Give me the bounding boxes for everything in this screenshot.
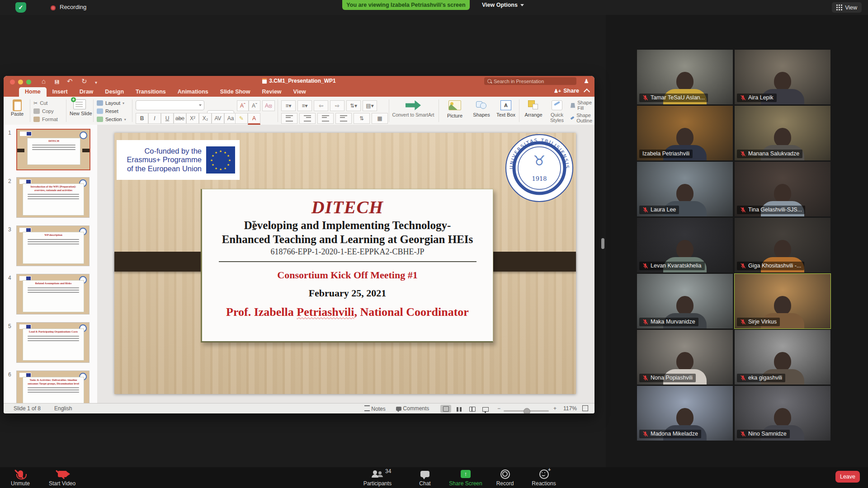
slide-thumbnail-6[interactable]: Tasks & Activities: Deliverables /timeli… [16,371,90,403]
shape-fill-button[interactable]: Shape Fill▾ [571,101,594,109]
font-name-select[interactable] [136,100,204,110]
current-slide[interactable]: Co-funded by the Erasmus+ Programme of t… [114,133,576,394]
video-tile-levan-kvaratskhelia[interactable]: Levan Kvaratskhelia [637,218,733,272]
picture-button[interactable]: Picture [443,100,467,118]
tab-draw[interactable]: Draw [74,87,99,97]
align-left-button[interactable] [281,113,297,124]
video-tile-sirje-virkus[interactable]: Sirje Virkus [735,274,830,328]
zoom-out-button[interactable]: − [497,405,500,412]
slide-thumbnail-5[interactable]: Lead & Participating Organizations Costs [16,322,90,363]
security-shield-icon[interactable]: ✓ [15,2,26,13]
highlight-color-button[interactable]: ✎ [235,113,248,124]
bold-button[interactable]: B [136,113,148,124]
add-table-button[interactable]: ▤▾ [363,100,377,111]
align-justify-button[interactable] [335,113,352,124]
video-tile-nona-popiashvili[interactable]: Nona Popiashvili [637,330,733,385]
language-status[interactable]: English [54,405,72,412]
copy-button[interactable]: Copy [33,107,58,115]
reset-button[interactable]: Reset [97,107,126,115]
text-direction-button[interactable]: ⇅ [354,113,370,124]
tab-home[interactable]: Home [19,87,47,97]
tab-animations[interactable]: Animations [172,87,214,97]
account-presence-icon[interactable]: ♟︎ [584,78,589,84]
zoom-slider[interactable] [504,408,549,413]
font-color-button[interactable]: A [248,113,260,125]
shape-outline-button[interactable]: Shape Outline▾ [571,114,594,122]
ppt-share-button[interactable]: ♟︎+ Share [554,88,579,94]
notes-toggle[interactable]: Notes [364,405,386,412]
share-screen-button[interactable]: ↑ Share Screen [447,469,485,487]
tab-transitions[interactable]: Transitions [130,87,172,97]
superscript-button[interactable]: X² [186,113,199,124]
decrease-font-button[interactable]: Aˇ [249,100,260,111]
tab-review[interactable]: Review [256,87,287,97]
slide-thumbnail-2[interactable]: Introduction of the WP1 (Preparation): o… [16,177,90,218]
section-button[interactable]: Section▾ [97,115,126,123]
comments-toggle[interactable]: Comments [396,405,429,412]
unmute-button[interactable]: Unmute [11,469,30,487]
subscript-button[interactable]: X₂ [199,113,212,124]
italic-button[interactable]: I [148,113,161,124]
bullet-list-button[interactable]: ≡▾ [281,100,296,111]
increase-indent-button[interactable]: ⇨ [330,100,344,111]
slideshow-view-button[interactable] [480,405,491,413]
fit-slide-button[interactable] [582,405,588,412]
strikethrough-button[interactable]: abe [174,113,186,124]
tab-slide-show[interactable]: Slide Show [214,87,256,97]
format-painter-button[interactable]: Format [33,115,58,123]
quick-styles-button[interactable]: Quick Styles [546,100,568,123]
record-button[interactable]: Record [493,469,517,487]
leave-button[interactable]: Leave [835,471,860,483]
tab-insert[interactable]: Insert [47,87,74,97]
video-tile-maka-murvanidze[interactable]: Maka Murvanidze [637,274,733,328]
cut-button[interactable]: ✂Cut [33,99,58,107]
start-video-button[interactable]: Start Video [49,469,75,487]
tab-design[interactable]: Design [99,87,130,97]
search-in-presentation-input[interactable]: Search in Presentation [484,77,576,85]
convert-to-smartart-button[interactable]: Convert to SmartArt [392,100,435,117]
slide-sorter-view-button[interactable] [453,405,464,413]
video-tile-madona-mikeladze[interactable]: Madona Mikeladze [637,386,733,441]
video-tile-manana-salukvadze[interactable]: Manana Salukvadze [735,106,830,160]
slide-thumbnail-1[interactable]: DITECH [16,129,90,170]
align-right-button[interactable] [317,113,334,124]
paste-button[interactable]: Paste [8,99,26,117]
panel-splitter-handle[interactable] [601,238,604,249]
video-tile-aira-lepik[interactable]: Aira Lepik [735,50,830,104]
slide-thumbnail-4[interactable]: Related Assumptions and Risks [16,274,90,314]
participants-button[interactable]: 34 Participants [362,469,393,487]
zoom-in-button[interactable]: + [553,405,557,412]
align-center-button[interactable] [299,113,316,124]
chat-button[interactable]: Chat [415,469,435,487]
text-box-button[interactable]: A Text Box [495,100,516,117]
clear-format-button[interactable]: A⦻ [262,100,275,111]
layout-button[interactable]: Layout▾ [97,99,126,107]
reading-view-button[interactable] [467,405,478,413]
zoom-slider-knob[interactable] [524,408,530,413]
zoom-percentage[interactable]: 117% [563,405,577,412]
view-options-menu[interactable]: View Options [478,0,528,10]
video-tile-tamar-tesau-aslan[interactable]: Tamar TeSaU Aslan... [637,50,733,104]
video-tile-izabela-petriashvili[interactable]: Izabela Petriashvili [637,106,733,160]
new-slide-button[interactable]: + New Slide [70,99,90,116]
slide-text-box[interactable]: DITECH Developing and Implementing Techn… [201,189,493,343]
video-tile-giga-khositashvili[interactable]: Giga Khositashvili -... [735,218,830,272]
reactions-button[interactable]: + Reactions [528,469,560,487]
numbered-list-button[interactable]: ≡▾ [297,100,312,111]
increase-font-button[interactable]: Aˆ [237,100,249,111]
slide-thumbnail-3[interactable]: WP description [16,225,90,266]
video-tile-tina-gelashvili-sjs[interactable]: Tina Gelashvili-SJS... [735,162,830,216]
normal-view-button[interactable] [440,405,451,413]
char-spacing-button[interactable]: AV [212,113,224,124]
tab-view[interactable]: View [288,87,312,97]
view-button[interactable]: View [832,2,862,13]
arrange-button[interactable]: Arrange [522,100,545,117]
video-tile-laura-lee[interactable]: Laura Lee [637,162,733,216]
line-spacing-button[interactable]: ⇅▾ [346,100,361,111]
video-tile-eka-gigashvili[interactable]: eka gigashvili [735,330,830,385]
shapes-button[interactable]: Shapes [469,100,494,117]
columns-button[interactable]: ▦ [372,113,388,124]
video-tile-nino-samnidze[interactable]: Nino Samnidze [735,386,830,441]
decrease-indent-button[interactable]: ⇦ [314,100,328,111]
underline-button[interactable]: U [161,113,174,124]
